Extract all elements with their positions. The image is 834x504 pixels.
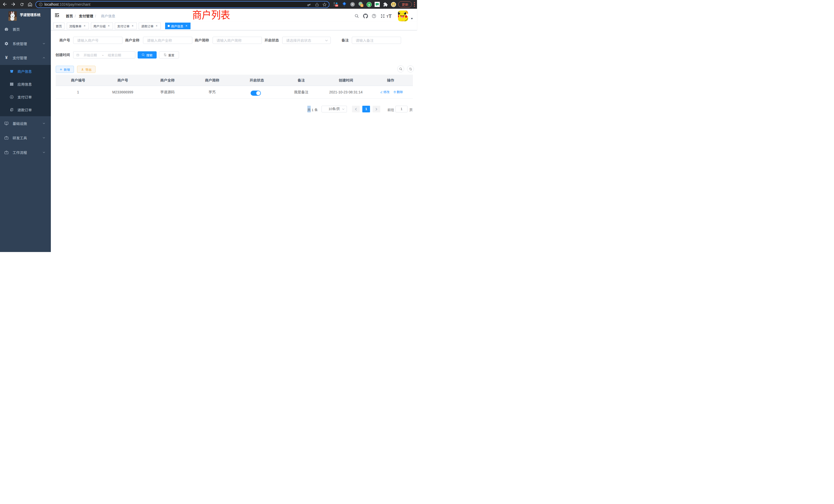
svg-text:1: 1 (361, 4, 363, 7)
svg-text:y: y (368, 3, 370, 6)
svg-text:⌘: ⌘ (351, 3, 354, 6)
svg-text:¥: ¥ (11, 96, 12, 98)
svg-text:10: 10 (336, 4, 338, 7)
